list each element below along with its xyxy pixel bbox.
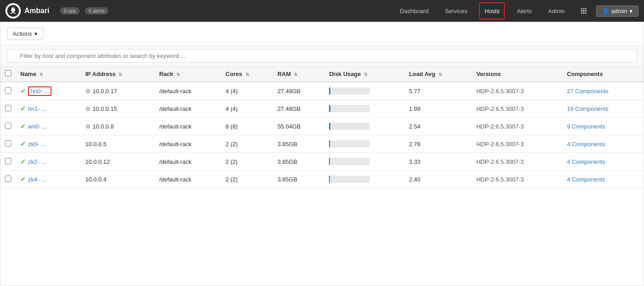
row-ram-cell: 27.48GB bbox=[273, 82, 325, 100]
components-link[interactable]: 4 Components bbox=[567, 158, 605, 165]
nav-alerts[interactable]: Alerts bbox=[510, 0, 538, 22]
row-version-cell: HDP-2.6.5.3007-3 bbox=[472, 118, 562, 135]
app-logo bbox=[5, 3, 21, 19]
brand: Ambari bbox=[5, 3, 49, 19]
ops-badge[interactable]: 0 ops bbox=[60, 7, 80, 14]
table-row: ✔zk0- ...10.0.0.5/default-rack2 (2)3.85G… bbox=[0, 135, 644, 153]
components-link[interactable]: 4 Components bbox=[567, 141, 605, 148]
select-all-checkbox[interactable] bbox=[5, 70, 11, 76]
col-name[interactable]: Name ⇅ bbox=[16, 67, 81, 82]
col-ip[interactable]: IP Address ⇅ bbox=[81, 67, 155, 82]
row-rack-cell: /default-rack bbox=[155, 82, 221, 100]
row-version-cell: HDP-2.6.5.3007-3 bbox=[472, 135, 562, 153]
host-name-link[interactable]: hn1- ... bbox=[28, 105, 46, 112]
row-checkbox-cell bbox=[0, 135, 16, 153]
ip-value: 10.0.0.12 bbox=[85, 158, 110, 165]
row-rack-cell: /default-rack bbox=[155, 100, 221, 118]
col-cores[interactable]: Cores ⇅ bbox=[221, 67, 273, 82]
row-checkbox[interactable] bbox=[5, 123, 11, 129]
host-name-link[interactable]: wn0- ... bbox=[28, 123, 47, 130]
row-components-cell: 19 Components bbox=[562, 100, 644, 118]
row-checkbox[interactable] bbox=[5, 105, 11, 111]
select-all-header bbox=[0, 67, 16, 82]
admin-button[interactable]: 👤 admin ▾ bbox=[596, 5, 639, 17]
row-rack-cell: /default-rack bbox=[155, 171, 221, 188]
status-icon: ✔ bbox=[20, 87, 26, 95]
row-ram-cell: 3.85GB bbox=[273, 135, 325, 153]
user-icon: 👤 bbox=[602, 8, 609, 14]
row-name-cell: ✔zk4- ... bbox=[16, 171, 81, 188]
table-row: ✔hn1- ...⚙10.0.0.15/default-rack4 (4)27.… bbox=[0, 100, 644, 118]
row-name-cell: ✔zk0- ... bbox=[16, 135, 81, 153]
disk-bar-container bbox=[329, 176, 370, 183]
row-disk-cell bbox=[324, 118, 404, 135]
row-checkbox-cell bbox=[0, 171, 16, 188]
status-icon: ✔ bbox=[20, 105, 26, 112]
nav-admin[interactable]: Admin bbox=[542, 0, 571, 22]
row-cores-cell: 4 (4) bbox=[221, 100, 273, 118]
row-checkbox[interactable] bbox=[5, 176, 11, 182]
row-name-cell: ✔zk2- ... bbox=[16, 153, 81, 171]
host-settings-icon[interactable]: ⚙ bbox=[85, 88, 91, 95]
grid-icon[interactable]: ⊞ bbox=[575, 6, 592, 16]
status-icon: ✔ bbox=[20, 175, 26, 183]
navbar: Ambari 0 ops 0 alerts Dashboard Services… bbox=[0, 0, 644, 22]
col-rack[interactable]: Rack ⇅ bbox=[155, 67, 221, 82]
ip-value: 10.0.0.5 bbox=[85, 141, 107, 148]
row-disk-cell bbox=[324, 100, 404, 118]
row-load-cell: 2.54 bbox=[404, 118, 472, 135]
disk-bar-container bbox=[329, 87, 370, 95]
components-link[interactable]: 9 Components bbox=[567, 123, 605, 130]
disk-bar-fill bbox=[329, 176, 330, 183]
status-icon: ✔ bbox=[20, 140, 26, 148]
table-row: ✔zk2- ...10.0.0.12/default-rack2 (2)3.85… bbox=[0, 153, 644, 171]
host-settings-icon[interactable]: ⚙ bbox=[85, 105, 91, 112]
host-settings-icon[interactable]: ⚙ bbox=[85, 123, 91, 130]
host-name-link[interactable]: zk4- ... bbox=[28, 176, 46, 183]
status-icon: ✔ bbox=[20, 122, 26, 130]
host-name-link[interactable]: hn0- ... bbox=[28, 86, 52, 96]
nav-hosts[interactable]: Hosts bbox=[479, 2, 505, 19]
host-name-link[interactable]: zk0- ... bbox=[28, 141, 46, 148]
alerts-badge[interactable]: 0 alerts bbox=[85, 7, 108, 14]
row-ip-cell: ⚙10.0.0.17 bbox=[81, 82, 155, 100]
row-cores-cell: 8 (8) bbox=[221, 118, 273, 135]
row-rack-cell: /default-rack bbox=[155, 153, 221, 171]
row-checkbox[interactable] bbox=[5, 158, 11, 164]
row-checkbox[interactable] bbox=[5, 87, 11, 94]
row-components-cell: 4 Components bbox=[562, 135, 644, 153]
row-cores-cell: 2 (2) bbox=[221, 135, 273, 153]
components-link[interactable]: 4 Components bbox=[567, 176, 605, 183]
sort-cores-icon: ⇅ bbox=[245, 72, 249, 77]
table-row: ✔zk4- ...10.0.0.4/default-rack2 (2)3.85G… bbox=[0, 171, 644, 188]
row-ip-cell: 10.0.0.5 bbox=[81, 135, 155, 153]
sort-load-icon: ⇅ bbox=[438, 72, 442, 77]
disk-bar-fill bbox=[329, 158, 330, 165]
actions-caret: ▾ bbox=[34, 30, 38, 37]
host-name-link[interactable]: zk2- ... bbox=[28, 158, 46, 165]
row-disk-cell bbox=[324, 153, 404, 171]
sort-name-icon: ⇅ bbox=[39, 72, 43, 77]
row-checkbox-cell bbox=[0, 153, 16, 171]
row-ip-cell: ⚙10.0.0.15 bbox=[81, 100, 155, 118]
sort-ip-icon: ⇅ bbox=[118, 72, 122, 77]
nav-dashboard[interactable]: Dashboard bbox=[394, 0, 435, 22]
col-load[interactable]: Load Avg ⇅ bbox=[404, 67, 472, 82]
components-link[interactable]: 27 Components bbox=[567, 88, 608, 95]
actions-button[interactable]: Actions ▾ bbox=[7, 28, 43, 40]
admin-label: admin bbox=[611, 8, 627, 14]
row-checkbox-cell bbox=[0, 82, 16, 100]
row-disk-cell bbox=[324, 135, 404, 153]
hosts-table: Name ⇅ IP Address ⇅ Rack ⇅ Cores ⇅ RAM bbox=[0, 67, 644, 188]
nav-services[interactable]: Services bbox=[438, 0, 474, 22]
ip-value: 10.0.0.15 bbox=[93, 105, 117, 112]
row-checkbox-cell bbox=[0, 100, 16, 118]
col-ram[interactable]: RAM ⇅ bbox=[273, 67, 325, 82]
col-disk[interactable]: Disk Usage ⇅ bbox=[324, 67, 404, 82]
components-link[interactable]: 19 Components bbox=[567, 105, 608, 112]
row-version-cell: HDP-2.6.5.3007-3 bbox=[472, 100, 562, 118]
disk-bar-container bbox=[329, 140, 370, 148]
row-ip-cell: 10.0.0.4 bbox=[81, 171, 155, 188]
search-input[interactable] bbox=[7, 49, 637, 62]
row-checkbox[interactable] bbox=[5, 140, 11, 147]
